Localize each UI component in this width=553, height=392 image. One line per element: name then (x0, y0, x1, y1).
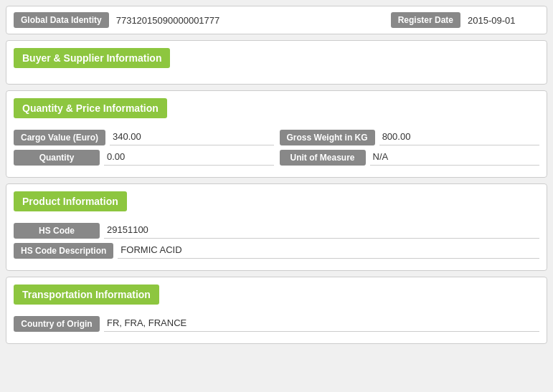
cargo-value-value: 340.00 (110, 130, 273, 145)
uom-value: N/A (370, 150, 540, 166)
uom-group: Unit of Measure N/A (280, 150, 540, 166)
product-info-fields: HS Code 29151100 HS Code Description FOR… (6, 219, 547, 262)
buyer-supplier-section: Buyer & Supplier Information (6, 40, 547, 85)
quantity-price-fields: Cargo Value (Euro) 340.00 Gross Weight i… (6, 125, 547, 168)
uom-label: Unit of Measure (280, 150, 366, 166)
gross-weight-label: Gross Weight in KG (280, 130, 375, 145)
cargo-gross-row: Cargo Value (Euro) 340.00 Gross Weight i… (14, 130, 539, 145)
hs-code-desc-row: HS Code Description FORMIC ACID (14, 243, 539, 259)
global-data-identity-value: 77312015090000001777 (116, 15, 384, 26)
cargo-value-group: Cargo Value (Euro) 340.00 (14, 130, 274, 145)
quantity-group: Quantity 0.00 (14, 150, 274, 166)
page-wrapper: Global Data Identity 7731201509000000177… (0, 0, 553, 350)
quantity-price-header: Quantity & Price Information (14, 98, 167, 118)
hs-code-group: HS Code 29151100 (14, 223, 539, 239)
quantity-uom-row: Quantity 0.00 Unit of Measure N/A (14, 150, 539, 166)
register-date-value: 2015-09-01 (468, 15, 539, 26)
quantity-label: Quantity (14, 150, 100, 166)
quantity-value: 0.00 (104, 150, 274, 166)
buyer-supplier-header: Buyer & Supplier Information (14, 48, 170, 68)
transportation-header: Transportation Information (14, 285, 159, 305)
country-of-origin-group: Country of Origin FR, FRA, FRANCE (14, 316, 539, 332)
register-date-label: Register Date (391, 12, 460, 28)
country-of-origin-row: Country of Origin FR, FRA, FRANCE (14, 316, 539, 332)
transportation-fields: Country of Origin FR, FRA, FRANCE (6, 312, 547, 335)
gross-weight-group: Gross Weight in KG 800.00 (280, 130, 540, 145)
hs-code-desc-value: FORMIC ACID (118, 243, 539, 259)
hs-code-desc-label: HS Code Description (14, 243, 113, 259)
hs-code-value: 29151100 (104, 223, 539, 239)
hs-code-desc-group: HS Code Description FORMIC ACID (14, 243, 539, 259)
gross-weight-value: 800.00 (379, 130, 539, 145)
country-of-origin-label: Country of Origin (14, 316, 100, 332)
country-of-origin-value: FR, FRA, FRANCE (104, 316, 539, 332)
quantity-price-section: Quantity & Price Information Cargo Value… (6, 90, 547, 178)
hs-code-row: HS Code 29151100 (14, 223, 539, 239)
hs-code-label: HS Code (14, 223, 100, 239)
transportation-section: Transportation Information Country of Or… (6, 277, 547, 344)
global-data-identity-label: Global Data Identity (14, 12, 109, 28)
top-bar: Global Data Identity 7731201509000000177… (6, 6, 547, 34)
cargo-value-label: Cargo Value (Euro) (14, 130, 105, 145)
product-info-header: Product Information (14, 191, 127, 211)
product-info-section: Product Information HS Code 29151100 HS … (6, 183, 547, 271)
